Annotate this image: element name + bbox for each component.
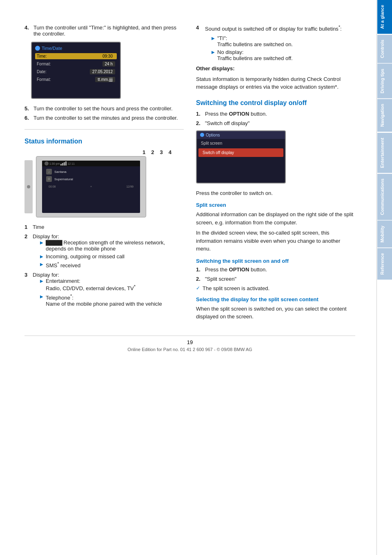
sidebar-tab-navigation[interactable]: Navigation [377, 99, 392, 132]
triangle-icon: ▶ [40, 294, 43, 299]
options-screen: Options Split screen Switch off display [196, 130, 286, 184]
timedate-row-date: Date: 27.05.2012 [35, 69, 117, 75]
right-step-4: 4 Sound output is switched off or displa… [196, 25, 355, 32]
options-titlebar: Options [197, 131, 285, 139]
bullet-ti: ▶ "TI":Traffic bulletins are switched on… [212, 35, 355, 47]
timedate-row-format1: Format: 24 h [35, 61, 117, 67]
switching-step-1: 1. Press the OPTION button. [196, 266, 355, 273]
sidebar: At a glance Controls Driving tips Naviga… [376, 0, 392, 555]
switching-step-2: 2. "Split screen" [196, 276, 355, 282]
sidebar-tab-driving-tips[interactable]: Driving tips [377, 64, 392, 98]
press-controller-text: Press the controller to switch on. [196, 189, 355, 197]
step-6-number: 6. [24, 115, 31, 121]
status-diagram-container: 1 2 3 4 [24, 149, 184, 217]
sidebar-tab-reference[interactable]: Reference [377, 248, 392, 280]
triangle-icon: ▶ [40, 254, 43, 259]
control-step-2: 2. "Switch off display" [196, 120, 355, 126]
diagram-numbers: 1 2 3 4 [24, 149, 184, 155]
step-5-text: Turn the controller to set the hours and… [33, 105, 173, 112]
split-screen-text1: Additional information can be displayed … [196, 210, 355, 226]
status-item-3: 3 Display for: ▶ Entertainment:Radio, CD… [24, 272, 184, 307]
selecting-display-text: When the split screen is switched on, yo… [196, 305, 355, 321]
page-footer: 19 Online Edition for Part no. 01 41 2 6… [24, 336, 355, 352]
bullet-no-display: ▶ No display:Traffic bulletins are switc… [212, 49, 355, 61]
step-4: 4. Turn the controller until "Time:" is … [24, 25, 184, 37]
step-6-text: Turn the controller to set the minutes a… [33, 115, 178, 121]
step-5-number: 5. [24, 105, 31, 112]
selecting-display-heading: Selecting the display for the split scre… [196, 296, 355, 302]
timedate-screen: Time/Date Time: 09:30 Format: 24 h Date: [31, 42, 121, 99]
sidebar-tab-mobility[interactable]: Mobility [377, 221, 392, 248]
step-4-text: Turn the controller until "Time:" is hig… [33, 25, 184, 37]
signal-icon [60, 161, 67, 166]
switching-split-heading: Switching the split screen on and off [196, 258, 355, 264]
triangle-icon: ▶ [212, 50, 215, 54]
timedate-row-time: Time: 09:30 [35, 53, 117, 59]
checkmark-icon: ✓ [196, 285, 200, 291]
bullet-sms: ▶ SMS* received [40, 261, 184, 269]
right-column: 4 Sound output is switched off or displa… [196, 25, 355, 323]
sidebar-tab-controls[interactable]: Controls [377, 35, 392, 63]
sidebar-tab-at-a-glance[interactable]: At a glance [377, 0, 392, 34]
other-displays-label: Other displays: [196, 65, 355, 73]
split-screen-activated: ✓ The split screen is activated. [196, 285, 355, 291]
footer-text: Online Edition for Part no. 01 41 2 600 … [24, 347, 355, 352]
page-number: 19 [24, 339, 355, 345]
timedate-screen-container: Time/Date Time: 09:30 Format: 24 h Date: [31, 42, 184, 99]
split-screen-text2: In the divided screen view, the so-calle… [196, 229, 355, 253]
timedate-row-format2: Format: tt.mm.jjjj [35, 76, 117, 83]
cd-icon: ⊙ [46, 176, 52, 182]
status-item-2: 2 Display for: ▶ ▇▇▇▇ Reception strength… [24, 233, 184, 269]
step-6: 6. Turn the controller to set the minute… [24, 115, 184, 121]
bullet-reception: ▶ ▇▇▇▇ Reception strength of the wireles… [40, 239, 184, 252]
status-screen: 1:30 pm 12 [36, 156, 146, 217]
step-4-number: 4. [24, 25, 31, 31]
control-step-1: 1. Press the OPTION button. [196, 111, 355, 117]
bullet-incoming: ▶ Incoming, outgoing or missed call [40, 253, 184, 260]
triangle-icon: ▶ [40, 262, 43, 266]
sidebar-tab-communications[interactable]: Communications [377, 174, 392, 220]
options-icon [200, 133, 204, 137]
status-item-1: 1 Time [24, 224, 184, 230]
left-column: 4. Turn the controller until "Time:" is … [24, 25, 184, 323]
triangle-icon: ▶ [40, 279, 43, 283]
bullet-entertainment: ▶ Entertainment:Radio, CD/DVD, external … [40, 278, 184, 291]
options-item-switchoff: Switch off display [198, 148, 283, 157]
clock-icon [35, 46, 40, 51]
triangle-icon: ▶ [212, 36, 215, 40]
screen-left-bezel [24, 160, 33, 213]
bullet-telephone: ▶ Telephone*:Name of the mobile phone pa… [40, 293, 184, 307]
music-icon: ♪ [46, 169, 52, 175]
control-display-heading: Switching the control display on/off [196, 99, 355, 107]
right-step-4-number: 4 [196, 25, 203, 31]
split-screen-heading: Split screen [196, 202, 355, 208]
step-5: 5. Turn the controller to set the hours … [24, 105, 184, 112]
triangle-icon: ▶ [40, 240, 43, 245]
other-displays-text: Status information is temporarily hidden… [196, 75, 355, 91]
timedate-title: Time/Date [35, 46, 117, 51]
status-information-heading: Status information [24, 138, 184, 145]
sidebar-tab-entertainment[interactable]: Entertainment [377, 133, 392, 173]
options-item-splitscreen: Split screen [197, 139, 285, 148]
options-screen-container: Options Split screen Switch off display [196, 130, 355, 184]
